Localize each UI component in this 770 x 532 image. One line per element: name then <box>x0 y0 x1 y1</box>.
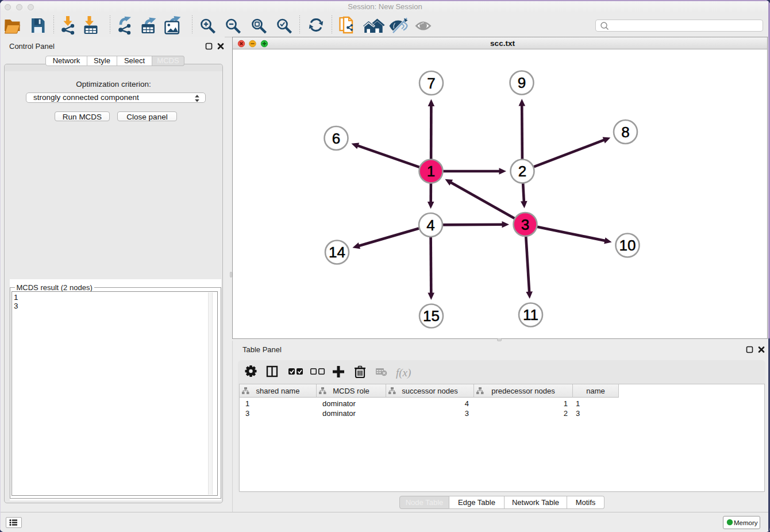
svg-text:10: 10 <box>619 237 636 254</box>
svg-text:3: 3 <box>521 216 529 233</box>
svg-text:9: 9 <box>518 74 526 91</box>
svg-text:11: 11 <box>523 306 538 323</box>
svg-text:14: 14 <box>329 244 345 261</box>
svg-text:6: 6 <box>332 130 340 147</box>
svg-text:2: 2 <box>518 163 526 180</box>
svg-text:4: 4 <box>426 217 434 234</box>
svg-text:15: 15 <box>423 307 440 325</box>
svg-text:1: 1 <box>427 163 435 180</box>
svg-text:7: 7 <box>427 75 435 92</box>
svg-text:f(x): f(x) <box>396 367 411 379</box>
svg-text:8: 8 <box>621 124 629 141</box>
